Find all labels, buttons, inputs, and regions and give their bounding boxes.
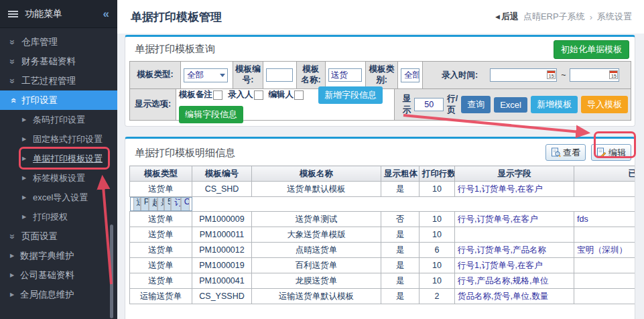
sidebar-item-13[interactable]: ▶全局信息维护 bbox=[0, 285, 117, 304]
sidebar-item-label: 全局信息维护 bbox=[20, 289, 74, 301]
table-cell: 行号,产品名称,规格,单位 bbox=[455, 273, 574, 289]
table-cell: 宝明（深圳） bbox=[574, 243, 635, 258]
breadcrumb-subsystem[interactable]: 点晴ERP子系统 bbox=[523, 11, 585, 23]
sidebar-item-8[interactable]: ▶excel导入设置 bbox=[0, 188, 117, 207]
sidebar-item-label: 单据打印模板设置 bbox=[33, 153, 103, 165]
edit-field-info-button[interactable]: 编辑字段信息 bbox=[179, 106, 243, 123]
sidebar-item-label: 公司基础资料 bbox=[20, 269, 74, 281]
sidebar-item-4[interactable]: ▶条码打印设置 bbox=[0, 110, 117, 129]
table-cell: 送货单测试 bbox=[252, 212, 381, 227]
table-cell: CS_SHD bbox=[192, 182, 252, 197]
time-range-separator: ~ bbox=[561, 70, 566, 80]
view-document-icon bbox=[551, 147, 561, 157]
sidebar-item-3[interactable]: »打印设置 bbox=[0, 90, 117, 110]
breadcrumb: ◀后退 点晴ERP子系统 › 系统设置 bbox=[495, 11, 632, 23]
sidebar-item-label: 财务基础资料 bbox=[21, 56, 76, 68]
sidebar-collapse-icon[interactable]: « bbox=[103, 7, 109, 21]
template-cat-select[interactable]: 全部 bbox=[401, 68, 420, 82]
query-button[interactable]: 查询 bbox=[461, 96, 491, 113]
table-cell: 10 bbox=[420, 182, 455, 197]
table-cell: 行号1,订货单号,在客户 bbox=[455, 182, 574, 197]
triangle-right-icon: ▶ bbox=[20, 155, 28, 162]
remark-checkbox[interactable] bbox=[213, 90, 222, 100]
triangle-right-icon: ▶ bbox=[20, 214, 28, 220]
chevron-double-down-icon: » bbox=[7, 38, 18, 47]
editor-checkbox[interactable] bbox=[294, 90, 304, 100]
table-cell: CS1002,GYS bbox=[181, 197, 190, 211]
table-cell: 10 bbox=[420, 212, 455, 227]
sidebar-item-2[interactable]: »工艺过程管理 bbox=[0, 71, 117, 90]
calendar-icon[interactable]: 15 bbox=[547, 70, 556, 79]
sidebar-item-7[interactable]: ▶标签模板设置 bbox=[0, 168, 117, 188]
triangle-right-icon: ▶ bbox=[20, 117, 28, 123]
table-row[interactable]: 送货单PM1000041龙膜送货单是10行号,产品名称,规格,单位 bbox=[130, 273, 635, 289]
breadcrumb-separator-icon: › bbox=[590, 12, 592, 22]
edit-button[interactable]: 编辑 bbox=[591, 144, 631, 161]
table-row[interactable]: 送货单PM1000012点晴送货单是6行号,订货单号,产品名称宝明（深圳） bbox=[130, 243, 635, 258]
query-panel-title: 单据打印模板查询 bbox=[135, 43, 215, 56]
table-cell: 运输送货单默认模板 bbox=[252, 289, 381, 304]
template-cat-label: 模板类别: bbox=[366, 62, 398, 88]
table-cell: 是 bbox=[381, 273, 420, 289]
template-no-input[interactable] bbox=[266, 68, 293, 82]
calendar-icon[interactable]: 15 bbox=[609, 70, 618, 79]
triangle-right-icon: ▶ bbox=[20, 136, 28, 142]
table-row[interactable]: 运输送货单CS_YSSHD运输送货单默认模板是2货品名称,货号,单位,数量 bbox=[130, 289, 635, 304]
table-cell: 送货单 bbox=[133, 197, 141, 211]
table-row[interactable]: 送货单PM1000009送货单测试否10行号,订货单号,在客户fds bbox=[130, 212, 635, 227]
table-cell: 10 bbox=[420, 227, 455, 243]
sidebar-scrollbar-thumb[interactable] bbox=[110, 225, 113, 318]
view-button[interactable]: 查看 bbox=[545, 144, 586, 161]
template-type-label: 模板类型: bbox=[130, 62, 181, 88]
triangle-right-icon: ▶ bbox=[8, 272, 16, 278]
sidebar-item-12[interactable]: ▶公司基础资料 bbox=[0, 265, 117, 285]
table-row[interactable]: 送货单PM1000019百利送货单是10行号1,订货单号,在客户 bbox=[130, 258, 635, 273]
sidebar-item-10[interactable]: »页面设置 bbox=[0, 227, 117, 246]
sidebar-item-5[interactable]: ▶固定格式打印设置 bbox=[0, 129, 117, 149]
table-cell: PM1000019 bbox=[192, 258, 252, 273]
template-type-select[interactable]: 全部 bbox=[184, 68, 228, 82]
edit-pencil-icon bbox=[596, 147, 606, 157]
table-row[interactable]: 送货单CS_SHD送货单默认模板是10行号1,订货单号,在客户 bbox=[130, 182, 635, 197]
sidebar-item-11[interactable]: ▶数据字典维护 bbox=[0, 246, 117, 265]
dropdown-arrow-icon bbox=[220, 74, 225, 80]
sidebar-item-6[interactable]: ▶单据打印模板设置 bbox=[0, 149, 117, 168]
table-cell: 送货单 bbox=[130, 258, 192, 273]
table-row[interactable]: 送货单PM1000011大象送货单模版是10 bbox=[130, 227, 635, 243]
table-cell: 行号,订货单号,产品名称 bbox=[455, 243, 574, 258]
table-cell: 是 bbox=[381, 258, 420, 273]
template-name-input[interactable] bbox=[328, 68, 362, 82]
remark-checkbox-label: 模板备注 bbox=[179, 89, 212, 101]
new-template-button[interactable]: 新增模板 bbox=[531, 96, 578, 113]
chevron-double-down-icon: » bbox=[7, 57, 18, 66]
table-cell: 运输送货单 bbox=[130, 289, 192, 304]
table-cell bbox=[574, 273, 635, 289]
entry-person-checkbox[interactable] bbox=[254, 90, 263, 100]
table-cell: 10 bbox=[420, 273, 455, 289]
init-template-button[interactable]: 初始化单据模板 bbox=[554, 40, 629, 59]
table-cell: 6 bbox=[420, 243, 455, 258]
sidebar-title: 功能菜单 bbox=[25, 8, 62, 20]
column-header: 模板类型 bbox=[130, 166, 192, 182]
triangle-right-icon: ▶ bbox=[20, 194, 28, 200]
show-label: 显示 bbox=[403, 93, 411, 116]
table-cell: fds bbox=[574, 212, 635, 227]
chevron-double-up-icon: » bbox=[7, 96, 18, 105]
main-header: 单据打印模板管理 ◀后退 点晴ERP子系统 › 系统设置 bbox=[117, 0, 644, 34]
sidebar-item-1[interactable]: »财务基础资料 bbox=[0, 52, 117, 71]
import-template-button[interactable]: 导入模板 bbox=[581, 96, 628, 113]
column-header: 显示粗体 bbox=[381, 166, 420, 182]
hamburger-menu-icon[interactable] bbox=[8, 9, 18, 19]
query-panel: 单据打印模板查询 初始化单据模板 模板类型: 全部 模板编号: 模板名称: 模板… bbox=[125, 35, 635, 127]
add-field-info-button[interactable]: 新增字段信息 bbox=[318, 86, 383, 104]
table-cell: 是 bbox=[381, 243, 420, 258]
rows-per-page-input[interactable] bbox=[414, 98, 444, 111]
sidebar-item-0[interactable]: »仓库管理 bbox=[0, 32, 117, 52]
table-row[interactable]: 送货单PM1000001超声送货单是5订货单号,在客户处订单CS1002,GYS bbox=[130, 197, 192, 211]
sidebar-item-label: 打印授权 bbox=[33, 211, 68, 223]
sidebar-header: 功能菜单 « bbox=[0, 0, 117, 28]
excel-button[interactable]: Excel bbox=[494, 97, 527, 113]
triangle-right-icon: ▶ bbox=[8, 253, 16, 259]
sidebar-item-9[interactable]: ▶打印授权 bbox=[0, 207, 117, 227]
back-button[interactable]: ◀后退 bbox=[495, 11, 519, 23]
